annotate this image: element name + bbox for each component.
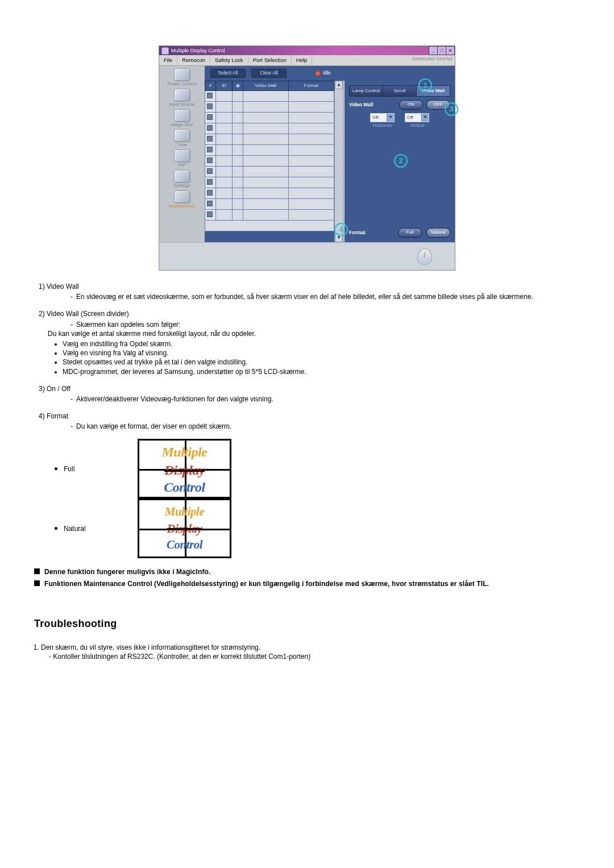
toolbar-top: Select All Clear All Idle bbox=[205, 66, 455, 81]
minimize-button[interactable]: _ bbox=[429, 46, 438, 55]
item-desc: Aktiverer/deaktiverer Videovæg-funktione… bbox=[70, 394, 580, 404]
item-plain-text: Du kan vælge et antal skærme med forskel… bbox=[48, 329, 580, 338]
sidebar-label: Input Source bbox=[169, 102, 194, 107]
sidebar-item-time[interactable]: Time bbox=[161, 129, 202, 148]
scroll-up-button[interactable]: ▴ bbox=[335, 81, 343, 89]
item-number: 3) bbox=[39, 385, 45, 393]
item-desc: En videovæg er et sæt videoskærme, som e… bbox=[70, 292, 580, 301]
menu-help[interactable]: Help bbox=[292, 55, 313, 65]
item-desc: Skærmen kan opdeles som følger: bbox=[70, 320, 580, 329]
feature-list: 1) Video Wall En videovæg er et sæt vide… bbox=[34, 282, 580, 431]
thumb-line-2: Display bbox=[164, 463, 205, 477]
table-row[interactable] bbox=[205, 177, 334, 188]
full-button[interactable]: Full bbox=[398, 228, 422, 238]
table-row[interactable] bbox=[205, 167, 334, 177]
format-natural-label: Natural bbox=[51, 499, 138, 558]
sidebar-label: Settings bbox=[174, 183, 190, 188]
list-item: 3) On / Off Aktiverer/deaktiverer Videov… bbox=[39, 384, 580, 404]
pip-icon bbox=[174, 149, 190, 162]
table-row[interactable] bbox=[205, 91, 334, 102]
tab-scroll[interactable]: Scroll bbox=[383, 85, 417, 97]
display-grid: ✔ ID ◉ Video Wall Format bbox=[205, 81, 334, 242]
item-title: Format bbox=[47, 412, 68, 420]
chevron-down-icon bbox=[389, 116, 392, 118]
menu-remocon[interactable]: Remocon bbox=[177, 55, 210, 65]
menu-safety-lock[interactable]: Safety Lock bbox=[210, 55, 248, 65]
brand-label: SAMSUNG DIGITall bbox=[412, 56, 453, 63]
table-row[interactable] bbox=[205, 145, 334, 156]
table-row[interactable] bbox=[205, 113, 334, 123]
close-button[interactable]: × bbox=[446, 46, 455, 55]
table-row[interactable] bbox=[205, 210, 334, 221]
clear-all-button[interactable]: Clear All bbox=[251, 69, 287, 78]
status-idle: Idle bbox=[315, 70, 331, 76]
sidebar-item-maintenance[interactable]: Maintenance bbox=[161, 190, 202, 210]
scroll-track[interactable] bbox=[335, 89, 343, 234]
thumb-line-1: Multiple bbox=[139, 504, 230, 520]
troubleshooting-header: Troubleshooting bbox=[34, 617, 580, 630]
col-format[interactable]: Format bbox=[289, 81, 334, 91]
menu-file[interactable]: File bbox=[159, 55, 177, 65]
video-wall-label: Video Wall bbox=[349, 102, 374, 108]
col-check[interactable]: ✔ bbox=[205, 81, 216, 91]
info-icon: i bbox=[417, 248, 432, 265]
sidebar-item-settings[interactable]: Settings bbox=[161, 170, 202, 189]
format-examples-table: Full Multiple Display Control Natural Mu… bbox=[51, 439, 231, 558]
item-title: On / Off bbox=[47, 385, 70, 393]
thumb-line-3: Control bbox=[139, 478, 230, 496]
list-item: 2) Video Wall (Screen divider) Skærmen k… bbox=[39, 309, 580, 376]
menu-port-selection[interactable]: Port Selection bbox=[248, 55, 292, 65]
settings-icon bbox=[174, 170, 190, 182]
status-bar: i bbox=[159, 242, 455, 270]
bullet-item: Vælg en indstilling fra Opdel skærm. bbox=[63, 339, 580, 348]
col-sel[interactable]: ◉ bbox=[233, 81, 243, 91]
on-button[interactable]: ON bbox=[399, 100, 423, 110]
sidebar-item-pip[interactable]: PIP bbox=[161, 149, 202, 169]
vertical-value: Off bbox=[407, 115, 413, 121]
vertical-scrollbar[interactable]: ▴ ▾ bbox=[334, 81, 343, 242]
status-idle-label: Idle bbox=[323, 70, 331, 76]
window-title: Multiple Display Control bbox=[171, 47, 225, 54]
sidebar-label: Power Control bbox=[168, 81, 197, 86]
col-id[interactable]: ID bbox=[216, 81, 233, 91]
bullet-item: Stedet opsættes ved at trykke på et tal … bbox=[63, 358, 580, 367]
col-video-wall[interactable]: Video Wall bbox=[243, 81, 289, 91]
sidebar: Power Control Input Source Image Size Ti… bbox=[159, 66, 205, 242]
item-number: 2) bbox=[39, 310, 45, 318]
tab-lamp-control[interactable]: Lamp Control bbox=[349, 85, 383, 97]
sidebar-item-input-source[interactable]: Input Source bbox=[161, 89, 202, 108]
maximize-button[interactable]: □ bbox=[437, 46, 446, 55]
sidebar-item-image-size[interactable]: Image Size bbox=[161, 109, 202, 128]
format-label: Format bbox=[349, 230, 366, 236]
ts-item: Den skærm, du vil styre, vises ikke i in… bbox=[41, 643, 580, 661]
thumb-line-2: Display bbox=[167, 522, 202, 535]
notes: Denne funktion fungerer muligvis ikke i … bbox=[34, 567, 580, 588]
bullet-item: MDC-programmet, der leveres af Samsung, … bbox=[63, 367, 580, 376]
table-row[interactable] bbox=[205, 156, 334, 167]
horizontal-dropdown[interactable]: Off bbox=[370, 113, 395, 122]
horizontal-label: Horizontal bbox=[370, 123, 395, 128]
thumb-line-3: Control bbox=[139, 537, 230, 553]
thumb-natural: Multiple Display Control bbox=[138, 499, 231, 558]
horizontal-value: Off bbox=[372, 115, 379, 121]
table-row[interactable] bbox=[205, 199, 334, 210]
sidebar-label: PIP bbox=[179, 163, 186, 168]
vertical-dropdown[interactable]: Off bbox=[405, 113, 429, 122]
item-title: Video Wall bbox=[47, 283, 79, 290]
sidebar-label: Image Size bbox=[171, 122, 193, 127]
table-row[interactable] bbox=[205, 123, 334, 134]
natural-button[interactable]: Natural bbox=[426, 228, 450, 238]
table-row[interactable] bbox=[205, 188, 334, 199]
format-full-label: Full bbox=[51, 439, 138, 499]
ts-item-detail: - Kontoller tilslutningen af RS232C. (Ko… bbox=[49, 652, 580, 661]
callout-1: 1 bbox=[418, 78, 432, 92]
table-row[interactable] bbox=[205, 134, 334, 145]
power-control-icon bbox=[174, 68, 190, 81]
sidebar-label: Time bbox=[177, 142, 186, 147]
note-item: Denne funktion fungerer muligvis ikke i … bbox=[34, 567, 580, 576]
sidebar-item-power-control[interactable]: Power Control bbox=[161, 68, 202, 88]
table-row[interactable] bbox=[205, 102, 334, 113]
thumb-full: Multiple Display Control bbox=[138, 439, 231, 499]
item-number: 4) bbox=[39, 412, 45, 420]
select-all-button[interactable]: Select All bbox=[210, 69, 246, 78]
